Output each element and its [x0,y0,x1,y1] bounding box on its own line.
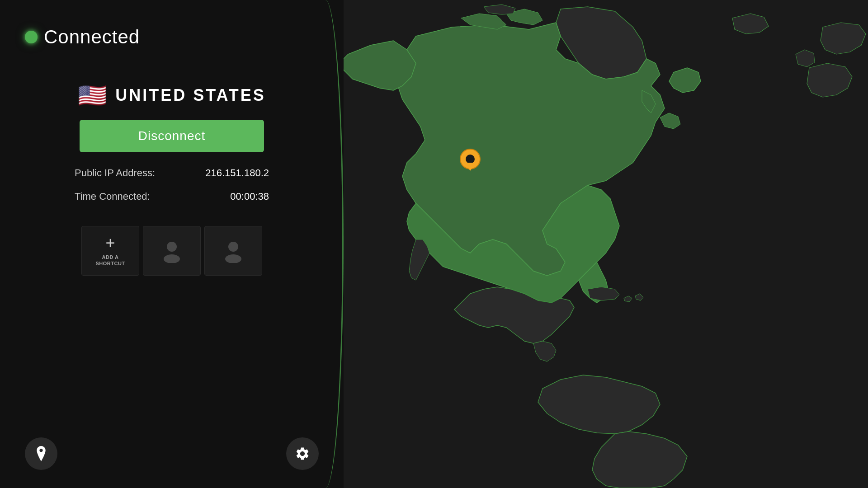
time-row: Time Connected: 00:00:38 [75,191,269,202]
profile-icon-1 [160,239,184,263]
connection-info: Public IP Address: 216.151.180.2 Time Co… [75,167,269,214]
shortcut-tile-2[interactable] [204,226,262,276]
profile-icon-2 [221,239,245,263]
time-value: 00:00:38 [230,191,269,202]
country-name: UNITED STATES [115,86,266,105]
svg-point-3 [225,254,241,263]
add-shortcut-tile[interactable]: + ADD ASHORTCUT [81,226,139,276]
svg-point-1 [164,254,180,263]
location-nav-button[interactable] [25,437,57,470]
settings-icon [295,446,310,461]
plus-icon: + [105,235,115,251]
svg-point-2 [228,242,238,252]
shortcut-tile-1[interactable] [143,226,201,276]
disconnect-button[interactable]: Disconnect [80,120,264,152]
ip-row: Public IP Address: 216.151.180.2 [75,167,269,179]
time-label: Time Connected: [75,191,150,202]
country-flag: 🇺🇸 [78,84,107,107]
connection-status: Connected [25,26,140,48]
status-label: Connected [44,26,140,48]
country-section: 🇺🇸 UNITED STATES [78,84,266,107]
ip-label: Public IP Address: [75,167,155,179]
settings-nav-button[interactable] [286,437,319,470]
world-map [326,0,868,488]
svg-point-0 [167,242,177,252]
location-icon [34,446,48,461]
map-area [326,0,868,488]
shortcuts-section: + ADD ASHORTCUT [81,226,262,276]
ip-value: 216.151.180.2 [205,167,269,179]
status-dot [25,31,38,43]
left-panel: Connected 🇺🇸 UNITED STATES Disconnect Pu… [0,0,344,488]
add-shortcut-label: ADD ASHORTCUT [95,254,125,267]
svg-point-6 [466,155,475,164]
